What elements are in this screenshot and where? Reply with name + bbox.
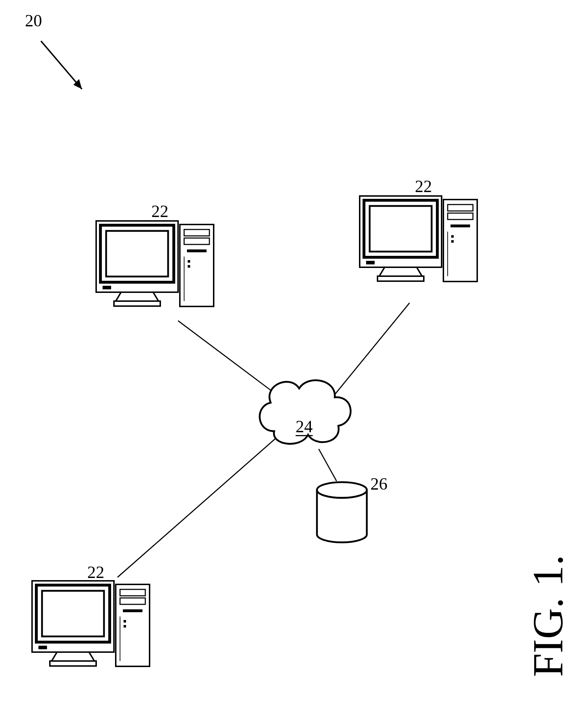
computer-label: 22: [151, 201, 168, 221]
svg-rect-34: [366, 261, 375, 264]
diagram-canvas: 20 22 22 22 24 26 FIG. 1.: [0, 0, 578, 728]
svg-rect-12: [116, 584, 150, 666]
computer-label: 22: [87, 562, 104, 582]
database-label: 26: [370, 474, 387, 494]
database-icon: [317, 482, 367, 542]
svg-rect-30: [188, 265, 190, 268]
svg-rect-37: [448, 205, 473, 211]
svg-rect-38: [448, 213, 473, 220]
cloud-label: 24: [296, 418, 313, 436]
svg-rect-11: [50, 661, 96, 666]
svg-rect-26: [184, 238, 209, 244]
svg-rect-42: [451, 240, 454, 243]
svg-rect-24: [180, 224, 214, 306]
system-label: 20: [25, 11, 42, 30]
diagram-svg: [0, 0, 578, 728]
svg-rect-33: [370, 206, 432, 252]
figure-caption: FIG. 1.: [524, 555, 573, 677]
svg-line-5: [319, 449, 337, 481]
svg-rect-17: [124, 620, 126, 623]
computer-label: 22: [415, 176, 432, 196]
svg-line-0: [41, 41, 82, 89]
computer-icon: [360, 196, 477, 282]
svg-line-2: [118, 437, 278, 577]
svg-rect-29: [188, 260, 190, 263]
svg-rect-36: [443, 200, 477, 282]
system-arrow-icon: [41, 41, 82, 89]
svg-rect-39: [451, 224, 470, 227]
svg-point-6: [317, 482, 367, 498]
svg-rect-25: [184, 229, 209, 236]
svg-rect-23: [114, 301, 160, 306]
svg-rect-13: [120, 589, 145, 596]
svg-rect-15: [123, 609, 142, 612]
computer-icon: [32, 581, 150, 666]
svg-rect-14: [120, 598, 145, 604]
svg-rect-18: [124, 625, 126, 628]
svg-rect-41: [451, 235, 454, 238]
svg-rect-21: [106, 231, 168, 277]
svg-rect-10: [38, 646, 47, 649]
svg-rect-35: [377, 276, 424, 281]
svg-rect-22: [103, 286, 111, 289]
svg-rect-27: [187, 249, 207, 252]
computer-icon: [96, 221, 214, 306]
svg-rect-9: [42, 591, 104, 636]
